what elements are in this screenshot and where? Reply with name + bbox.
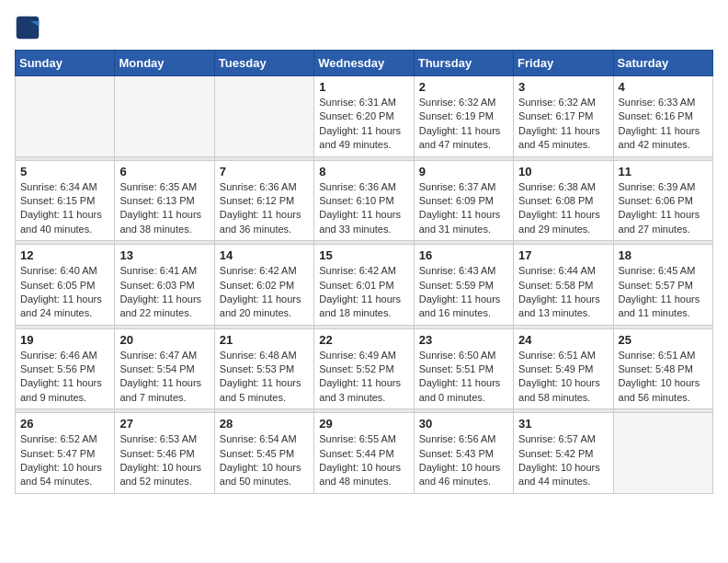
day-info: Sunrise: 6:32 AM Sunset: 6:19 PM Dayligh… [419, 96, 508, 153]
day-info: Sunrise: 6:31 AM Sunset: 6:20 PM Dayligh… [319, 96, 408, 153]
day-info: Sunrise: 6:57 AM Sunset: 5:42 PM Dayligh… [518, 432, 608, 489]
day-info: Sunrise: 6:53 AM Sunset: 5:46 PM Dayligh… [119, 432, 209, 489]
day-number: 30 [419, 417, 508, 431]
day-info: Sunrise: 6:36 AM Sunset: 6:12 PM Dayligh… [220, 180, 309, 237]
calendar-cell: 7Sunrise: 6:36 AM Sunset: 6:12 PM Daylig… [214, 160, 313, 241]
day-number: 12 [20, 248, 109, 262]
day-header-sunday: Sunday [16, 51, 115, 76]
day-number: 5 [20, 165, 109, 178]
calendar-cell: 25Sunrise: 6:51 AM Sunset: 5:48 PM Dayli… [613, 328, 712, 409]
day-info: Sunrise: 6:56 AM Sunset: 5:43 PM Dayligh… [419, 432, 508, 489]
day-info: Sunrise: 6:35 AM Sunset: 6:13 PM Dayligh… [119, 180, 209, 237]
calendar-cell [214, 76, 313, 157]
calendar-cell: 31Sunrise: 6:57 AM Sunset: 5:42 PM Dayli… [514, 413, 613, 494]
svg-rect-0 [17, 17, 40, 40]
day-number: 3 [518, 80, 608, 94]
calendar-cell: 6Sunrise: 6:35 AM Sunset: 6:13 PM Daylig… [115, 160, 214, 241]
day-header-saturday: Saturday [613, 51, 712, 76]
day-info: Sunrise: 6:42 AM Sunset: 6:02 PM Dayligh… [220, 264, 309, 321]
calendar-cell: 19Sunrise: 6:46 AM Sunset: 5:56 PM Dayli… [16, 328, 115, 409]
day-number: 14 [220, 248, 309, 262]
day-info: Sunrise: 6:52 AM Sunset: 5:47 PM Dayligh… [20, 432, 109, 489]
calendar-cell: 30Sunrise: 6:56 AM Sunset: 5:43 PM Dayli… [414, 413, 513, 494]
calendar-cell: 1Sunrise: 6:31 AM Sunset: 6:20 PM Daylig… [314, 76, 414, 157]
day-info: Sunrise: 6:54 AM Sunset: 5:45 PM Dayligh… [220, 432, 309, 489]
calendar-cell: 28Sunrise: 6:54 AM Sunset: 5:45 PM Dayli… [214, 413, 313, 494]
calendar-table: SundayMondayTuesdayWednesdayThursdayFrid… [15, 50, 713, 494]
calendar-cell [16, 76, 115, 157]
calendar-cell: 14Sunrise: 6:42 AM Sunset: 6:02 PM Dayli… [214, 245, 313, 326]
calendar-cell: 27Sunrise: 6:53 AM Sunset: 5:46 PM Dayli… [115, 413, 214, 494]
calendar-cell: 5Sunrise: 6:34 AM Sunset: 6:15 PM Daylig… [16, 160, 115, 241]
day-number: 4 [619, 80, 708, 94]
day-info: Sunrise: 6:55 AM Sunset: 5:44 PM Dayligh… [319, 432, 408, 489]
day-info: Sunrise: 6:43 AM Sunset: 5:59 PM Dayligh… [419, 264, 508, 321]
logo [15, 15, 44, 40]
calendar-cell: 24Sunrise: 6:51 AM Sunset: 5:49 PM Dayli… [514, 328, 613, 409]
calendar-cell: 13Sunrise: 6:41 AM Sunset: 6:03 PM Dayli… [115, 245, 214, 326]
day-info: Sunrise: 6:36 AM Sunset: 6:10 PM Dayligh… [319, 180, 408, 237]
day-info: Sunrise: 6:33 AM Sunset: 6:16 PM Dayligh… [619, 96, 708, 153]
day-header-wednesday: Wednesday [314, 51, 414, 76]
calendar-cell: 9Sunrise: 6:37 AM Sunset: 6:09 PM Daylig… [414, 160, 513, 241]
day-header-tuesday: Tuesday [214, 51, 313, 76]
calendar-cell [613, 413, 712, 494]
day-number: 11 [619, 165, 708, 178]
calendar-cell: 26Sunrise: 6:52 AM Sunset: 5:47 PM Dayli… [16, 413, 115, 494]
calendar-cell: 20Sunrise: 6:47 AM Sunset: 5:54 PM Dayli… [115, 328, 214, 409]
day-number: 28 [220, 417, 309, 431]
day-number: 18 [619, 248, 708, 262]
day-number: 17 [518, 248, 608, 262]
day-info: Sunrise: 6:39 AM Sunset: 6:06 PM Dayligh… [619, 180, 708, 237]
day-info: Sunrise: 6:41 AM Sunset: 6:03 PM Dayligh… [119, 264, 209, 321]
day-number: 26 [20, 417, 109, 431]
day-info: Sunrise: 6:51 AM Sunset: 5:49 PM Dayligh… [518, 349, 608, 406]
calendar-cell: 8Sunrise: 6:36 AM Sunset: 6:10 PM Daylig… [314, 160, 414, 241]
day-info: Sunrise: 6:38 AM Sunset: 6:08 PM Dayligh… [518, 180, 608, 237]
calendar-cell [115, 76, 214, 157]
calendar-cell: 2Sunrise: 6:32 AM Sunset: 6:19 PM Daylig… [414, 76, 513, 157]
day-info: Sunrise: 6:37 AM Sunset: 6:09 PM Dayligh… [419, 180, 508, 237]
day-number: 25 [619, 333, 708, 347]
day-number: 2 [419, 80, 508, 94]
calendar-header-row: SundayMondayTuesdayWednesdayThursdayFrid… [16, 51, 713, 76]
day-number: 9 [419, 165, 508, 178]
calendar-cell: 12Sunrise: 6:40 AM Sunset: 6:05 PM Dayli… [16, 245, 115, 326]
calendar-cell: 29Sunrise: 6:55 AM Sunset: 5:44 PM Dayli… [314, 413, 414, 494]
day-info: Sunrise: 6:50 AM Sunset: 5:51 PM Dayligh… [419, 349, 508, 406]
day-number: 23 [419, 333, 508, 347]
day-header-thursday: Thursday [414, 51, 513, 76]
calendar-cell: 18Sunrise: 6:45 AM Sunset: 5:57 PM Dayli… [613, 245, 712, 326]
calendar-cell: 11Sunrise: 6:39 AM Sunset: 6:06 PM Dayli… [613, 160, 712, 241]
day-number: 16 [419, 248, 508, 262]
calendar-cell: 21Sunrise: 6:48 AM Sunset: 5:53 PM Dayli… [214, 328, 313, 409]
day-number: 29 [319, 417, 408, 431]
day-number: 1 [319, 80, 408, 94]
day-number: 7 [220, 165, 309, 178]
day-number: 27 [119, 417, 209, 431]
calendar-cell: 16Sunrise: 6:43 AM Sunset: 5:59 PM Dayli… [414, 245, 513, 326]
day-number: 6 [119, 165, 209, 178]
day-number: 10 [518, 165, 608, 178]
day-number: 22 [319, 333, 408, 347]
day-info: Sunrise: 6:47 AM Sunset: 5:54 PM Dayligh… [119, 349, 209, 406]
day-info: Sunrise: 6:40 AM Sunset: 6:05 PM Dayligh… [20, 264, 109, 321]
calendar-cell: 3Sunrise: 6:32 AM Sunset: 6:17 PM Daylig… [514, 76, 613, 157]
day-number: 8 [319, 165, 408, 178]
day-info: Sunrise: 6:51 AM Sunset: 5:48 PM Dayligh… [619, 349, 708, 406]
day-info: Sunrise: 6:45 AM Sunset: 5:57 PM Dayligh… [619, 264, 708, 321]
day-number: 21 [220, 333, 309, 347]
day-number: 24 [518, 333, 608, 347]
day-info: Sunrise: 6:46 AM Sunset: 5:56 PM Dayligh… [20, 349, 109, 406]
page-header [15, 15, 713, 40]
day-info: Sunrise: 6:34 AM Sunset: 6:15 PM Dayligh… [20, 180, 109, 237]
calendar-cell: 4Sunrise: 6:33 AM Sunset: 6:16 PM Daylig… [613, 76, 712, 157]
day-number: 15 [319, 248, 408, 262]
day-info: Sunrise: 6:32 AM Sunset: 6:17 PM Dayligh… [518, 96, 608, 153]
day-number: 19 [20, 333, 109, 347]
calendar-cell: 15Sunrise: 6:42 AM Sunset: 6:01 PM Dayli… [314, 245, 414, 326]
day-number: 13 [119, 248, 209, 262]
calendar-week-2: 5Sunrise: 6:34 AM Sunset: 6:15 PM Daylig… [16, 160, 713, 241]
day-header-monday: Monday [115, 51, 214, 76]
calendar-week-3: 12Sunrise: 6:40 AM Sunset: 6:05 PM Dayli… [16, 245, 713, 326]
